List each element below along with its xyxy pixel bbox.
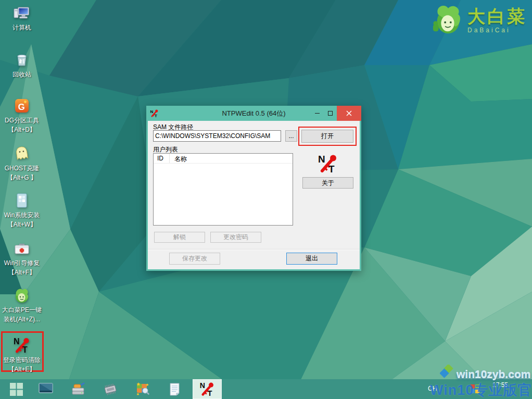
capture-tool-icon: [135, 381, 150, 397]
about-button[interactable]: 关于: [302, 177, 353, 189]
ntpwedit-key-icon: [199, 381, 215, 397]
taskbar-item-memory[interactable]: [99, 381, 122, 397]
ntpwedit-key-icon: [13, 336, 31, 354]
taskbar-item-ntpwedit[interactable]: [193, 379, 222, 399]
taskbar-item-capture-tool[interactable]: [131, 381, 154, 397]
window-titlebar[interactable]: NTPWEdit 0.5 (64位): [146, 106, 361, 121]
taskbar-item-notepad[interactable]: [163, 381, 186, 397]
taskbar-item-disk-tool[interactable]: [67, 381, 90, 397]
taskbar-item-display[interactable]: [34, 381, 57, 397]
ntpwedit-window: NTPWEdit 0.5 (64位) SAM 文件路径 ... 打开 用户列表 …: [146, 106, 361, 271]
desktop-icon-label: 登录密码清除【Alt+E】: [3, 355, 41, 374]
save-changes-button[interactable]: 保存更改: [169, 253, 220, 265]
disk-tool-icon: [70, 381, 86, 397]
memory-chip-icon: [103, 381, 118, 397]
brand-subtitle: DaBaiCai: [467, 27, 527, 34]
desktop-icon-computer[interactable]: 计算机: [0, 4, 47, 32]
brand-title: 大白菜: [467, 7, 527, 25]
close-button[interactable]: [337, 106, 361, 121]
desktop-icon-label: 回收站: [12, 70, 31, 79]
tray-color-icon[interactable]: [471, 384, 479, 393]
desktop-icon-dg-partition[interactable]: G DG分区工具【Alt+D】: [0, 97, 47, 134]
separator: [148, 249, 360, 250]
language-indicator[interactable]: CH: [428, 385, 437, 392]
user-list-header: ID 名称: [154, 154, 293, 164]
win-install-icon: [13, 192, 31, 209]
minimize-button[interactable]: [311, 106, 324, 121]
exit-button[interactable]: 退出: [286, 253, 337, 265]
desktop-icon-recycle-bin[interactable]: 回收站: [0, 51, 47, 79]
user-list[interactable]: ID 名称: [153, 153, 293, 226]
dabaicai-logo: 大白菜 DaBaiCai: [431, 3, 527, 38]
column-header-name[interactable]: 名称: [170, 154, 187, 163]
display-icon: [38, 382, 54, 396]
desktop-icon-label: GHOST克隆【Alt+G 】: [5, 164, 40, 182]
computer-icon: [13, 4, 31, 22]
desktop-icon-dabaicai-pe[interactable]: 大白菜PE一键装机(Alt+Z)...: [0, 286, 47, 324]
maximize-button[interactable]: [324, 106, 337, 121]
window-client-area: SAM 文件路径 ... 打开 用户列表 ID 名称 关于 解锁 更改密码 保存…: [148, 121, 360, 269]
desktop-icon-password-clear[interactable]: 登录密码清除【Alt+E】: [0, 336, 47, 374]
boot-repair-icon: [13, 240, 31, 257]
unlock-button[interactable]: 解锁: [154, 232, 205, 243]
maximize-icon: [328, 111, 333, 116]
windows-logo-icon: [10, 383, 23, 396]
recycle-bin-icon: [13, 51, 31, 69]
cabbage-icon: [13, 286, 31, 304]
clock[interactable]: 17:55: [485, 381, 515, 389]
open-button[interactable]: 打开: [301, 130, 353, 143]
start-button[interactable]: [0, 379, 32, 399]
desktop-icon-label: Win引导修复【Alt+F】: [4, 258, 40, 277]
desktop-icon-ghost-clone[interactable]: GHOST克隆【Alt+G 】: [0, 145, 47, 182]
notepad-icon: [167, 381, 183, 397]
desktop-icon-win-install[interactable]: Win系统安装【Alt+W】: [0, 192, 47, 229]
system-tray: CH 17:55: [423, 379, 532, 399]
desktop-icon-label: Win系统安装【Alt+W】: [4, 210, 40, 229]
close-icon: [346, 110, 352, 116]
desktop-icon-label: 大白菜PE一键装机(Alt+Z)...: [2, 305, 42, 324]
desktop: { "brand": { "title": "大白菜", "subtitle":…: [0, 0, 532, 399]
dg-partition-icon: G: [13, 97, 31, 115]
desktop-icon-label: DG分区工具【Alt+D】: [5, 116, 39, 134]
change-password-button[interactable]: 更改密码: [210, 232, 261, 243]
svg-text:G: G: [18, 102, 24, 112]
desktop-icon-label: 计算机: [12, 23, 31, 32]
minimize-icon: [315, 113, 320, 114]
window-title-key-icon: [150, 109, 159, 118]
dabaicai-mascot-icon: [431, 3, 463, 38]
browse-button[interactable]: ...: [285, 130, 297, 142]
ghost-icon: [13, 145, 31, 163]
desktop-icon-boot-repair[interactable]: Win引导修复【Alt+F】: [0, 240, 47, 277]
sam-path-input[interactable]: [153, 130, 281, 142]
column-header-id[interactable]: ID: [154, 154, 170, 163]
taskbar: CH 17:55: [0, 379, 532, 399]
ntpwedit-logo-icon: [318, 153, 338, 174]
